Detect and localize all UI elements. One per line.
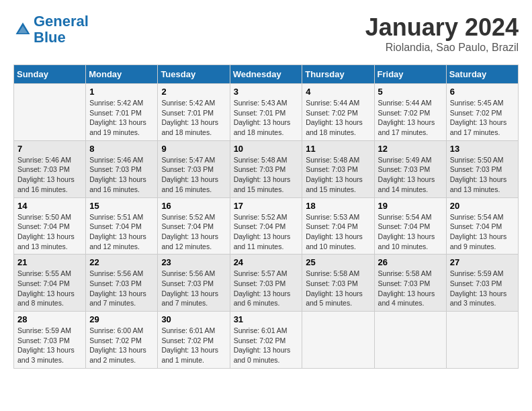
day-info: Sunrise: 5:46 AM Sunset: 7:03 PM Dayligh… [17,155,82,195]
calendar-week-row: 1Sunrise: 5:42 AM Sunset: 7:01 PM Daylig… [14,84,519,141]
calendar-cell: 17Sunrise: 5:52 AM Sunset: 7:04 PM Dayli… [230,197,302,255]
day-number: 23 [161,257,226,267]
logo-text: General Blue [34,13,89,46]
calendar-cell: 7Sunrise: 5:46 AM Sunset: 7:03 PM Daylig… [14,140,86,197]
day-info: Sunrise: 5:58 AM Sunset: 7:03 PM Dayligh… [306,269,370,308]
calendar-cell: 29Sunrise: 6:00 AM Sunset: 7:02 PM Dayli… [86,312,158,369]
calendar-header-row: SundayMondayTuesdayWednesdayThursdayFrid… [14,65,519,84]
day-number: 11 [306,144,370,154]
day-info: Sunrise: 5:53 AM Sunset: 7:04 PM Dayligh… [306,212,370,252]
day-info: Sunrise: 5:46 AM Sunset: 7:03 PM Dayligh… [89,155,154,195]
day-info: Sunrise: 5:52 AM Sunset: 7:04 PM Dayligh… [234,212,299,252]
day-number: 22 [89,257,154,267]
calendar-cell: 12Sunrise: 5:49 AM Sunset: 7:03 PM Dayli… [374,140,446,197]
day-number: 5 [378,87,443,97]
calendar-cell [14,84,86,141]
calendar-cell: 28Sunrise: 5:59 AM Sunset: 7:03 PM Dayli… [14,312,86,369]
day-info: Sunrise: 5:45 AM Sunset: 7:02 PM Dayligh… [450,98,515,138]
day-number: 9 [161,144,226,154]
day-number: 20 [450,201,515,211]
day-number: 10 [234,144,299,154]
calendar-cell: 13Sunrise: 5:50 AM Sunset: 7:03 PM Dayli… [446,140,518,197]
day-info: Sunrise: 5:58 AM Sunset: 7:03 PM Dayligh… [378,269,443,308]
calendar-cell: 15Sunrise: 5:51 AM Sunset: 7:04 PM Dayli… [86,197,158,255]
day-number: 4 [306,87,370,97]
calendar-week-row: 28Sunrise: 5:59 AM Sunset: 7:03 PM Dayli… [14,312,519,369]
calendar-cell: 21Sunrise: 5:55 AM Sunset: 7:04 PM Dayli… [14,255,86,312]
day-of-week-header: Thursday [302,65,374,84]
day-number: 3 [234,87,299,97]
logo: General Blue [13,13,89,46]
day-number: 13 [450,144,515,154]
calendar-cell: 6Sunrise: 5:45 AM Sunset: 7:02 PM Daylig… [446,84,518,141]
calendar-cell: 8Sunrise: 5:46 AM Sunset: 7:03 PM Daylig… [86,140,158,197]
calendar-week-row: 14Sunrise: 5:50 AM Sunset: 7:04 PM Dayli… [14,197,519,255]
day-number: 25 [306,257,370,267]
day-of-week-header: Saturday [446,65,518,84]
calendar-cell [446,312,518,369]
day-number: 6 [450,87,515,97]
month-title: January 2024 [365,13,519,42]
day-number: 30 [161,314,226,324]
day-info: Sunrise: 5:52 AM Sunset: 7:04 PM Dayligh… [161,212,226,252]
day-number: 26 [378,257,443,267]
day-info: Sunrise: 5:57 AM Sunset: 7:03 PM Dayligh… [234,269,299,308]
calendar-cell [374,312,446,369]
day-info: Sunrise: 5:44 AM Sunset: 7:02 PM Dayligh… [306,98,370,138]
logo-icon [13,20,32,39]
day-info: Sunrise: 5:50 AM Sunset: 7:04 PM Dayligh… [17,212,82,252]
calendar-cell: 10Sunrise: 5:48 AM Sunset: 7:03 PM Dayli… [230,140,302,197]
day-info: Sunrise: 5:42 AM Sunset: 7:01 PM Dayligh… [89,98,154,138]
day-info: Sunrise: 5:55 AM Sunset: 7:04 PM Dayligh… [17,269,82,308]
day-info: Sunrise: 5:50 AM Sunset: 7:03 PM Dayligh… [450,155,515,195]
day-number: 19 [378,201,443,211]
day-info: Sunrise: 5:49 AM Sunset: 7:03 PM Dayligh… [378,155,443,195]
calendar-table: SundayMondayTuesdayWednesdayThursdayFrid… [13,64,519,369]
day-number: 21 [17,257,82,267]
day-info: Sunrise: 5:54 AM Sunset: 7:04 PM Dayligh… [378,212,443,252]
calendar-cell: 30Sunrise: 6:01 AM Sunset: 7:02 PM Dayli… [158,312,230,369]
day-number: 31 [234,314,299,324]
day-info: Sunrise: 6:01 AM Sunset: 7:02 PM Dayligh… [161,326,226,365]
calendar-cell: 16Sunrise: 5:52 AM Sunset: 7:04 PM Dayli… [158,197,230,255]
day-info: Sunrise: 5:56 AM Sunset: 7:03 PM Dayligh… [89,269,154,308]
calendar-cell: 9Sunrise: 5:47 AM Sunset: 7:03 PM Daylig… [158,140,230,197]
day-of-week-header: Friday [374,65,446,84]
day-info: Sunrise: 5:48 AM Sunset: 7:03 PM Dayligh… [306,155,370,195]
day-info: Sunrise: 5:59 AM Sunset: 7:03 PM Dayligh… [450,269,515,308]
calendar-cell: 31Sunrise: 6:01 AM Sunset: 7:02 PM Dayli… [230,312,302,369]
day-number: 27 [450,257,515,267]
day-info: Sunrise: 6:00 AM Sunset: 7:02 PM Dayligh… [89,326,154,365]
day-number: 17 [234,201,299,211]
day-of-week-header: Monday [86,65,158,84]
calendar-cell: 22Sunrise: 5:56 AM Sunset: 7:03 PM Dayli… [86,255,158,312]
calendar-cell: 2Sunrise: 5:42 AM Sunset: 7:01 PM Daylig… [158,84,230,141]
calendar-cell: 3Sunrise: 5:43 AM Sunset: 7:01 PM Daylig… [230,84,302,141]
calendar-cell: 4Sunrise: 5:44 AM Sunset: 7:02 PM Daylig… [302,84,374,141]
day-info: Sunrise: 5:59 AM Sunset: 7:03 PM Dayligh… [17,326,82,365]
calendar-cell: 24Sunrise: 5:57 AM Sunset: 7:03 PM Dayli… [230,255,302,312]
calendar-cell: 19Sunrise: 5:54 AM Sunset: 7:04 PM Dayli… [374,197,446,255]
day-info: Sunrise: 5:54 AM Sunset: 7:04 PM Dayligh… [450,212,515,252]
day-number: 15 [89,201,154,211]
calendar-cell [302,312,374,369]
day-info: Sunrise: 5:42 AM Sunset: 7:01 PM Dayligh… [161,98,226,138]
calendar-week-row: 21Sunrise: 5:55 AM Sunset: 7:04 PM Dayli… [14,255,519,312]
day-of-week-header: Tuesday [158,65,230,84]
calendar-cell: 23Sunrise: 5:56 AM Sunset: 7:03 PM Dayli… [158,255,230,312]
day-of-week-header: Sunday [14,65,86,84]
calendar-cell: 18Sunrise: 5:53 AM Sunset: 7:04 PM Dayli… [302,197,374,255]
day-number: 7 [17,144,82,154]
day-info: Sunrise: 5:44 AM Sunset: 7:02 PM Dayligh… [378,98,443,138]
day-info: Sunrise: 5:47 AM Sunset: 7:03 PM Dayligh… [161,155,226,195]
calendar-cell: 25Sunrise: 5:58 AM Sunset: 7:03 PM Dayli… [302,255,374,312]
day-info: Sunrise: 5:48 AM Sunset: 7:03 PM Dayligh… [234,155,299,195]
day-info: Sunrise: 5:51 AM Sunset: 7:04 PM Dayligh… [89,212,154,252]
day-number: 24 [234,257,299,267]
day-number: 8 [89,144,154,154]
day-info: Sunrise: 5:43 AM Sunset: 7:01 PM Dayligh… [234,98,299,138]
calendar-cell: 14Sunrise: 5:50 AM Sunset: 7:04 PM Dayli… [14,197,86,255]
day-info: Sunrise: 5:56 AM Sunset: 7:03 PM Dayligh… [161,269,226,308]
calendar-cell: 1Sunrise: 5:42 AM Sunset: 7:01 PM Daylig… [86,84,158,141]
page-header: General Blue January 2024 Riolandia, Sao… [13,13,519,54]
